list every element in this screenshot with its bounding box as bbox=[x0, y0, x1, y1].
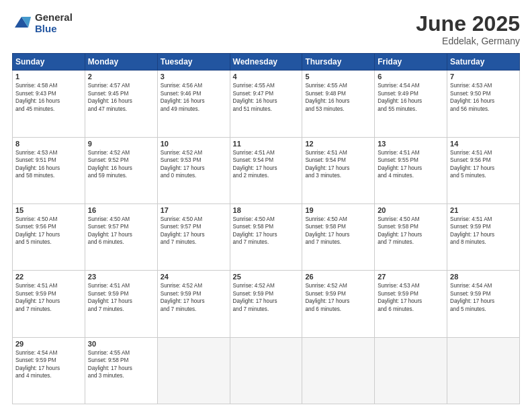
day-info: Sunrise: 4:53 AM Sunset: 9:59 PM Dayligh… bbox=[378, 282, 444, 313]
day-number: 16 bbox=[88, 206, 154, 214]
day-info: Sunrise: 4:52 AM Sunset: 9:59 PM Dayligh… bbox=[161, 282, 227, 313]
calendar-day-cell: 2Sunrise: 4:57 AM Sunset: 9:45 PM Daylig… bbox=[85, 71, 157, 137]
day-number: 5 bbox=[305, 73, 371, 81]
weekday-header-cell: Monday bbox=[85, 54, 157, 71]
day-info: Sunrise: 4:57 AM Sunset: 9:45 PM Dayligh… bbox=[88, 82, 154, 113]
day-info: Sunrise: 4:52 AM Sunset: 9:53 PM Dayligh… bbox=[161, 149, 227, 180]
calendar-day-cell: 7Sunrise: 4:53 AM Sunset: 9:50 PM Daylig… bbox=[447, 71, 520, 137]
day-info: Sunrise: 4:50 AM Sunset: 9:56 PM Dayligh… bbox=[15, 216, 82, 246]
calendar-week-row: 8Sunrise: 4:53 AM Sunset: 9:51 PM Daylig… bbox=[13, 137, 520, 203]
calendar-day-cell: 9Sunrise: 4:52 AM Sunset: 9:52 PM Daylig… bbox=[85, 137, 157, 203]
weekday-header-cell: Sunday bbox=[13, 54, 85, 71]
day-number: 24 bbox=[161, 273, 227, 281]
page: General Blue June 2025 Eddelak, Germany … bbox=[0, 0, 532, 411]
day-info: Sunrise: 4:53 AM Sunset: 9:50 PM Dayligh… bbox=[450, 82, 517, 113]
day-number: 28 bbox=[450, 273, 517, 281]
day-number: 8 bbox=[15, 140, 82, 148]
day-info: Sunrise: 4:54 AM Sunset: 9:59 PM Dayligh… bbox=[15, 349, 82, 380]
day-info: Sunrise: 4:51 AM Sunset: 9:56 PM Dayligh… bbox=[450, 149, 517, 180]
logo: General Blue bbox=[12, 12, 73, 34]
day-info: Sunrise: 4:52 AM Sunset: 9:59 PM Dayligh… bbox=[305, 282, 371, 313]
logo-blue: Blue bbox=[35, 24, 73, 35]
day-number: 21 bbox=[450, 206, 517, 214]
day-number: 6 bbox=[378, 73, 444, 81]
day-info: Sunrise: 4:50 AM Sunset: 9:58 PM Dayligh… bbox=[305, 216, 371, 246]
day-info: Sunrise: 4:55 AM Sunset: 9:58 PM Dayligh… bbox=[88, 349, 154, 380]
day-info: Sunrise: 4:58 AM Sunset: 9:43 PM Dayligh… bbox=[15, 82, 82, 113]
title-block: June 2025 Eddelak, Germany bbox=[416, 12, 520, 46]
calendar-day-cell: 22Sunrise: 4:51 AM Sunset: 9:59 PM Dayli… bbox=[13, 271, 85, 337]
day-info: Sunrise: 4:50 AM Sunset: 9:58 PM Dayligh… bbox=[378, 216, 444, 246]
day-info: Sunrise: 4:53 AM Sunset: 9:51 PM Dayligh… bbox=[15, 149, 82, 180]
calendar-day-cell: 27Sunrise: 4:53 AM Sunset: 9:59 PM Dayli… bbox=[375, 271, 447, 337]
day-info: Sunrise: 4:50 AM Sunset: 9:57 PM Dayligh… bbox=[161, 216, 227, 246]
day-number: 10 bbox=[161, 140, 227, 148]
day-info: Sunrise: 4:51 AM Sunset: 9:54 PM Dayligh… bbox=[305, 149, 371, 180]
calendar-day-cell: 17Sunrise: 4:50 AM Sunset: 9:57 PM Dayli… bbox=[157, 203, 230, 270]
day-number: 13 bbox=[378, 140, 444, 148]
calendar-day-cell: 14Sunrise: 4:51 AM Sunset: 9:56 PM Dayli… bbox=[447, 137, 520, 203]
calendar-day-cell bbox=[375, 337, 447, 404]
day-number: 15 bbox=[15, 206, 82, 214]
weekday-header-cell: Saturday bbox=[447, 54, 520, 71]
calendar-table: SundayMondayTuesdayWednesdayThursdayFrid… bbox=[12, 53, 520, 404]
day-number: 23 bbox=[88, 273, 154, 281]
day-info: Sunrise: 4:51 AM Sunset: 9:55 PM Dayligh… bbox=[378, 149, 444, 180]
calendar-week-row: 22Sunrise: 4:51 AM Sunset: 9:59 PM Dayli… bbox=[13, 271, 520, 337]
calendar-day-cell: 26Sunrise: 4:52 AM Sunset: 9:59 PM Dayli… bbox=[302, 271, 375, 337]
calendar-day-cell: 16Sunrise: 4:50 AM Sunset: 9:57 PM Dayli… bbox=[85, 203, 157, 270]
title-month: June 2025 bbox=[416, 12, 520, 36]
calendar-day-cell bbox=[157, 337, 230, 404]
calendar-body: 1Sunrise: 4:58 AM Sunset: 9:43 PM Daylig… bbox=[13, 71, 520, 404]
calendar-day-cell: 21Sunrise: 4:51 AM Sunset: 9:59 PM Dayli… bbox=[447, 203, 520, 270]
calendar-day-cell: 6Sunrise: 4:54 AM Sunset: 9:49 PM Daylig… bbox=[375, 71, 447, 137]
day-info: Sunrise: 4:55 AM Sunset: 9:47 PM Dayligh… bbox=[233, 82, 300, 113]
calendar-day-cell: 23Sunrise: 4:51 AM Sunset: 9:59 PM Dayli… bbox=[85, 271, 157, 337]
calendar-day-cell: 28Sunrise: 4:54 AM Sunset: 9:59 PM Dayli… bbox=[447, 271, 520, 337]
day-info: Sunrise: 4:50 AM Sunset: 9:57 PM Dayligh… bbox=[88, 216, 154, 246]
calendar-day-cell: 3Sunrise: 4:56 AM Sunset: 9:46 PM Daylig… bbox=[157, 71, 230, 137]
day-number: 2 bbox=[88, 73, 154, 81]
day-info: Sunrise: 4:56 AM Sunset: 9:46 PM Dayligh… bbox=[161, 82, 227, 113]
logo-text: General Blue bbox=[35, 12, 73, 34]
calendar-week-row: 29Sunrise: 4:54 AM Sunset: 9:59 PM Dayli… bbox=[13, 337, 520, 404]
calendar-day-cell bbox=[230, 337, 302, 404]
day-number: 12 bbox=[305, 140, 371, 148]
day-number: 25 bbox=[233, 273, 300, 281]
title-location: Eddelak, Germany bbox=[416, 36, 520, 46]
weekday-header-cell: Wednesday bbox=[230, 54, 302, 71]
weekday-header-row: SundayMondayTuesdayWednesdayThursdayFrid… bbox=[13, 54, 520, 71]
calendar-day-cell: 15Sunrise: 4:50 AM Sunset: 9:56 PM Dayli… bbox=[13, 203, 85, 270]
day-info: Sunrise: 4:54 AM Sunset: 9:49 PM Dayligh… bbox=[378, 82, 444, 113]
calendar-day-cell: 29Sunrise: 4:54 AM Sunset: 9:59 PM Dayli… bbox=[13, 337, 85, 404]
calendar-day-cell: 8Sunrise: 4:53 AM Sunset: 9:51 PM Daylig… bbox=[13, 137, 85, 203]
day-number: 27 bbox=[378, 273, 444, 281]
day-info: Sunrise: 4:55 AM Sunset: 9:48 PM Dayligh… bbox=[305, 82, 371, 113]
day-info: Sunrise: 4:50 AM Sunset: 9:58 PM Dayligh… bbox=[233, 216, 300, 246]
day-number: 1 bbox=[15, 73, 82, 81]
weekday-header-cell: Tuesday bbox=[157, 54, 230, 71]
calendar-day-cell: 18Sunrise: 4:50 AM Sunset: 9:58 PM Dayli… bbox=[230, 203, 302, 270]
day-info: Sunrise: 4:51 AM Sunset: 9:59 PM Dayligh… bbox=[88, 282, 154, 313]
calendar-day-cell bbox=[302, 337, 375, 404]
day-number: 22 bbox=[15, 273, 82, 281]
day-info: Sunrise: 4:52 AM Sunset: 9:52 PM Dayligh… bbox=[88, 149, 154, 180]
day-info: Sunrise: 4:54 AM Sunset: 9:59 PM Dayligh… bbox=[450, 282, 517, 313]
day-number: 4 bbox=[233, 73, 300, 81]
calendar-week-row: 1Sunrise: 4:58 AM Sunset: 9:43 PM Daylig… bbox=[13, 71, 520, 137]
calendar-day-cell: 25Sunrise: 4:52 AM Sunset: 9:59 PM Dayli… bbox=[230, 271, 302, 337]
day-number: 7 bbox=[450, 73, 517, 81]
day-info: Sunrise: 4:52 AM Sunset: 9:59 PM Dayligh… bbox=[233, 282, 300, 313]
calendar-day-cell: 1Sunrise: 4:58 AM Sunset: 9:43 PM Daylig… bbox=[13, 71, 85, 137]
logo-general: General bbox=[35, 12, 73, 24]
calendar-day-cell: 5Sunrise: 4:55 AM Sunset: 9:48 PM Daylig… bbox=[302, 71, 375, 137]
logo-icon bbox=[12, 14, 31, 33]
day-number: 3 bbox=[161, 73, 227, 81]
weekday-header-cell: Friday bbox=[375, 54, 447, 71]
day-info: Sunrise: 4:51 AM Sunset: 9:54 PM Dayligh… bbox=[233, 149, 300, 180]
calendar-day-cell: 20Sunrise: 4:50 AM Sunset: 9:58 PM Dayli… bbox=[375, 203, 447, 270]
day-info: Sunrise: 4:51 AM Sunset: 9:59 PM Dayligh… bbox=[450, 216, 517, 246]
weekday-header-cell: Thursday bbox=[302, 54, 375, 71]
header: General Blue June 2025 Eddelak, Germany bbox=[12, 12, 520, 46]
day-number: 17 bbox=[161, 206, 227, 214]
